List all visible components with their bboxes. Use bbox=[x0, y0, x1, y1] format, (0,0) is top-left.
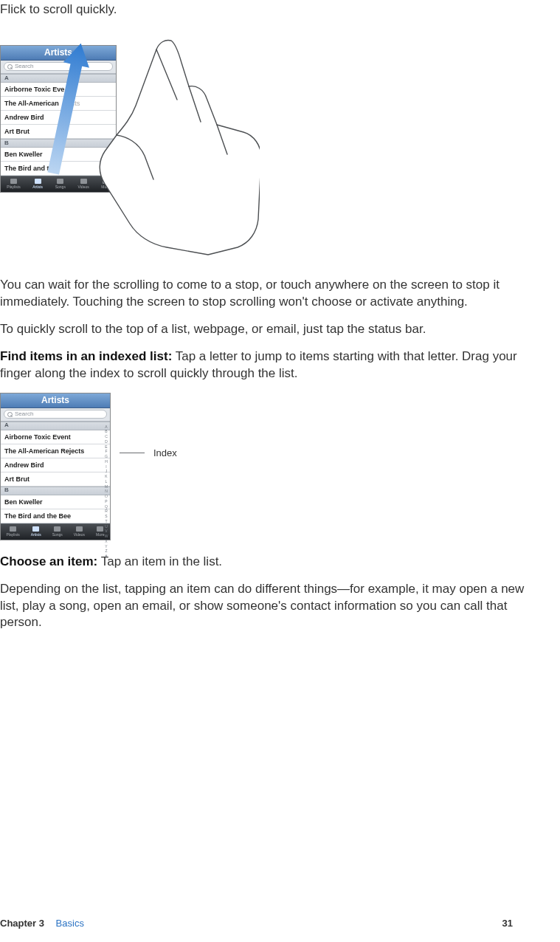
list-item: Andrew Bird bbox=[1, 458, 110, 472]
flick-instruction: Flick to scroll quickly. bbox=[0, 1, 536, 18]
section-header-b: B bbox=[1, 487, 110, 495]
tab-label: Playlists bbox=[7, 185, 20, 190]
tab-label: Songs bbox=[52, 532, 63, 537]
search-icon bbox=[7, 412, 13, 417]
svg-marker-0 bbox=[41, 41, 94, 176]
para-scroll-top: To quickly scroll to the top of a list, … bbox=[0, 321, 536, 338]
para-depending: Depending on the list, tapping an item c… bbox=[0, 581, 536, 632]
playlists-icon bbox=[10, 526, 16, 532]
ipod-tabbar: Playlists Artists Songs Videos More bbox=[1, 523, 110, 540]
tab-label: Playlists bbox=[6, 532, 19, 537]
para-find-indexed: Find items in an indexed list: Tap a let… bbox=[0, 348, 536, 382]
choose-item-label: Choose an item: bbox=[0, 554, 97, 568]
tab-label: Videos bbox=[74, 532, 85, 537]
songs-icon bbox=[54, 526, 61, 532]
tab-label: Artists bbox=[31, 532, 41, 537]
page-number: 31 bbox=[502, 917, 513, 930]
callout-line bbox=[120, 453, 145, 453]
para-choose-item: Choose an item: Tap an item in the list. bbox=[0, 554, 536, 571]
figure-flick: Artists Search A Airborne Toxic Eve The … bbox=[0, 30, 536, 256]
index-callout-label: Index bbox=[153, 447, 177, 460]
videos-icon bbox=[76, 526, 83, 532]
artists-icon bbox=[32, 526, 39, 532]
find-items-label: Find items in an indexed list: bbox=[0, 349, 172, 363]
hand-illustration bbox=[38, 26, 260, 262]
page-footer: Chapter 3 Basics 31 bbox=[0, 917, 513, 930]
chapter-title: Basics bbox=[56, 918, 84, 929]
choose-item-body: Tap an item in the list. bbox=[101, 554, 222, 568]
ipod-screenshot-index: Artists Search A Airborne Toxic Event Th… bbox=[0, 393, 111, 540]
search-placeholder: Search bbox=[15, 410, 33, 419]
list-item: Art Brut bbox=[1, 472, 110, 487]
list-item: The All-American Rejects bbox=[1, 444, 110, 458]
ipod-searchbar: Search bbox=[1, 408, 110, 422]
tab-label: More bbox=[96, 532, 104, 537]
more-icon bbox=[97, 526, 103, 532]
chapter-label: Chapter 3 bbox=[0, 918, 44, 929]
para-stop-scrolling: You can wait for the scrolling to come t… bbox=[0, 277, 536, 311]
ipod-title: Artists bbox=[1, 393, 110, 408]
list-item: Ben Kweller bbox=[1, 495, 110, 509]
search-placeholder: Search bbox=[15, 63, 33, 71]
figure-index: Artists Search A Airborne Toxic Event Th… bbox=[0, 393, 536, 540]
playlists-icon bbox=[10, 179, 17, 184]
search-icon bbox=[7, 64, 13, 69]
list-item: The Bird and the Bee bbox=[1, 509, 110, 523]
section-header-a: A bbox=[1, 422, 110, 430]
list-item: Airborne Toxic Event bbox=[1, 430, 110, 444]
